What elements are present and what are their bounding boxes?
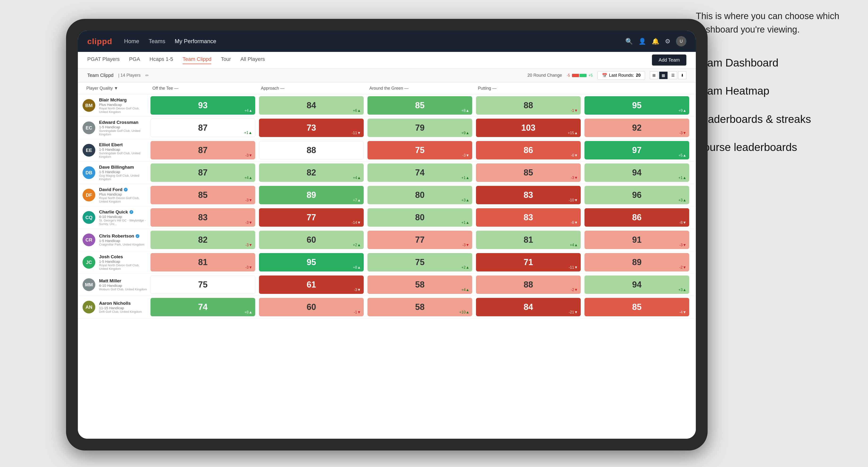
add-team-button[interactable]: Add Team xyxy=(652,55,686,66)
player-row: CQCharlie Quick✓6-10 HandicapSt. George'… xyxy=(78,206,696,229)
user-avatar[interactable]: U xyxy=(676,36,686,46)
stat-cell-off_tee[interactable]: 84+6▲ xyxy=(259,96,364,115)
player-handicap: Plus Handicap xyxy=(99,102,149,106)
subnav-tour[interactable]: Tour xyxy=(221,56,231,64)
heatmap-view-button[interactable]: ▦ xyxy=(659,71,668,79)
player-name: Dave Billingham xyxy=(99,165,149,170)
player-info[interactable]: CRChris Robertson✓1-5 HandicapCraigmilla… xyxy=(83,231,149,248)
stat-cell-putting[interactable]: 85-4▼ xyxy=(585,298,689,316)
stat-cell-approach[interactable]: 85+8▲ xyxy=(368,96,472,115)
stat-cell-putting[interactable]: 96+3▲ xyxy=(585,186,689,204)
nav-home[interactable]: Home xyxy=(124,37,139,46)
stat-cell-approach[interactable]: 58+4▲ xyxy=(368,276,472,294)
stat-cell-putting[interactable]: 89-2▼ xyxy=(585,253,689,272)
player-info[interactable]: DBDave Billingham1-5 HandicapGog Magog G… xyxy=(83,163,149,183)
stat-cell-around_green[interactable]: 83-6▼ xyxy=(476,208,581,227)
player-info[interactable]: ANAaron Nicholls11-15 HandicapDrift Golf… xyxy=(83,299,149,315)
player-info[interactable]: MMMatt Miller6-10 HandicapWoburn Golf Cl… xyxy=(83,276,149,293)
stat-cell-putting[interactable]: 94+1▲ xyxy=(585,163,689,182)
player-info[interactable]: JCJosh Coles1-5 HandicapRoyal North Devo… xyxy=(83,252,149,272)
stat-cell-off_tee[interactable]: 77-14▼ xyxy=(259,208,364,227)
stat-cell-around_green[interactable]: 71-11▼ xyxy=(476,253,581,272)
stat-cell-quality[interactable]: 87-3▼ xyxy=(151,141,255,159)
stat-value: 95 xyxy=(307,257,316,267)
player-avatar: MM xyxy=(83,278,95,291)
stat-change: +2▲ xyxy=(353,243,361,247)
export-button[interactable]: ⬇ xyxy=(678,71,686,79)
stat-cell-putting[interactable]: 86-8▼ xyxy=(585,208,689,227)
stat-cell-quality[interactable]: 74+8▲ xyxy=(151,298,255,316)
stat-cell-off_tee[interactable]: 61-3▼ xyxy=(259,276,364,294)
edit-team-icon[interactable]: ✏ xyxy=(145,73,149,78)
col-off-tee[interactable]: Off the Tee — xyxy=(149,83,257,94)
col-player-quality[interactable]: Player Quality ▼ xyxy=(83,83,149,94)
stat-cell-quality[interactable]: 87+4▲ xyxy=(151,163,255,182)
subnav-all-players[interactable]: All Players xyxy=(240,56,265,64)
stat-cell-quality[interactable]: 82-3▼ xyxy=(151,231,255,249)
stat-cell-off_tee[interactable]: 73-11▼ xyxy=(259,119,364,137)
stat-cell-approach[interactable]: 80+1▲ xyxy=(368,208,472,227)
player-avatar: EC xyxy=(83,121,95,134)
last-rounds-button[interactable]: 📅 Last Rounds: 20 xyxy=(597,71,645,80)
stat-cell-approach[interactable]: 80+3▲ xyxy=(368,186,472,204)
stat-cell-quality[interactable]: 83-3▼ xyxy=(151,208,255,227)
subnav-pgat[interactable]: PGAT Players xyxy=(87,56,120,64)
stat-cell-quality[interactable]: 81-3▼ xyxy=(151,253,255,272)
stat-cell-putting[interactable]: 94+3▲ xyxy=(585,276,689,294)
subnav-hcaps[interactable]: Hcaps 1-5 xyxy=(150,56,173,64)
player-club: Craigmillar Park, United Kingdom xyxy=(99,243,144,246)
player-info[interactable]: BMBlair McHargPlus HandicapRoyal North D… xyxy=(83,96,149,116)
col-around-green[interactable]: Around the Green — xyxy=(366,83,474,94)
stat-cell-around_green[interactable]: 88-2▼ xyxy=(476,276,581,294)
subnav-team-clippd[interactable]: Team Clippd xyxy=(183,56,211,64)
verified-badge: ✓ xyxy=(135,234,140,238)
stat-cell-off_tee[interactable]: 60-1▼ xyxy=(259,298,364,316)
stat-cell-off_tee[interactable]: 60+2▲ xyxy=(259,231,364,249)
stat-cell-around_green[interactable]: 86-6▼ xyxy=(476,141,581,159)
navbar-links: Home Teams My Performance xyxy=(124,37,625,46)
stat-cell-putting[interactable]: 95+9▲ xyxy=(585,96,689,115)
stat-cell-quality[interactable]: 93+4▲ xyxy=(151,96,255,115)
stat-cell-around_green[interactable]: 88-1▼ xyxy=(476,96,581,115)
player-info[interactable]: ECEdward Crossman1-5 HandicapSunningdale… xyxy=(83,118,149,138)
list-view-button[interactable]: ☰ xyxy=(669,71,677,79)
stat-cell-approach[interactable]: 58+10▲ xyxy=(368,298,472,316)
stat-cell-off_tee[interactable]: 89+7▲ xyxy=(259,186,364,204)
stat-cell-around_green[interactable]: 81+4▲ xyxy=(476,231,581,249)
player-info[interactable]: CQCharlie Quick✓6-10 HandicapSt. George'… xyxy=(83,208,149,228)
stat-cell-quality[interactable]: 75 xyxy=(151,276,255,294)
nav-teams[interactable]: Teams xyxy=(149,37,165,46)
stat-cell-putting[interactable]: 92-3▼ xyxy=(585,119,689,137)
stat-cell-off_tee[interactable]: 95+8▲ xyxy=(259,253,364,272)
settings-icon[interactable]: ⚙ xyxy=(665,38,670,45)
stat-cell-approach[interactable]: 75-3▼ xyxy=(368,141,472,159)
stat-cell-approach[interactable]: 75+2▲ xyxy=(368,253,472,272)
stat-cell-around_green[interactable]: 103+15▲ xyxy=(476,119,581,137)
col-approach[interactable]: Approach — xyxy=(257,83,366,94)
stat-cell-putting[interactable]: 97+5▲ xyxy=(585,141,689,159)
stat-cell-putting[interactable]: 91-3▼ xyxy=(585,231,689,249)
stat-cell-approach[interactable]: 77-3▼ xyxy=(368,231,472,249)
search-icon[interactable]: 🔍 xyxy=(625,38,633,45)
stat-cell-around_green[interactable]: 84-21▼ xyxy=(476,298,581,316)
stat-cell-quality[interactable]: 87+1▲ xyxy=(151,119,255,137)
stat-cell-approach[interactable]: 74+1▲ xyxy=(368,163,472,182)
nav-my-performance[interactable]: My Performance xyxy=(175,37,216,46)
player-name: Blair McHarg xyxy=(99,97,149,102)
bell-icon[interactable]: 🔔 xyxy=(652,38,659,45)
stat-change: +9▲ xyxy=(678,108,686,113)
col-putting[interactable]: Putting — xyxy=(474,83,583,94)
subnav-pga[interactable]: PGA xyxy=(129,56,140,64)
stat-cell-quality[interactable]: 85-3▼ xyxy=(151,186,255,204)
stat-cell-approach[interactable]: 79+9▲ xyxy=(368,119,472,137)
stat-cell-around_green[interactable]: 85-3▼ xyxy=(476,163,581,182)
stat-cell-off_tee[interactable]: 88 xyxy=(259,141,364,159)
player-info[interactable]: EEElliot Ebert1-5 HandicapSunningdale Go… xyxy=(83,140,149,160)
user-icon[interactable]: 👤 xyxy=(639,38,646,45)
player-info[interactable]: DFDavid Ford✓Plus HandicapRoyal North De… xyxy=(83,185,149,205)
grid-view-button[interactable]: ⊞ xyxy=(650,71,658,79)
stat-cell-off_tee[interactable]: 82+4▲ xyxy=(259,163,364,182)
stat-cell-around_green[interactable]: 83-10▼ xyxy=(476,186,581,204)
team-player-count: | 14 Players xyxy=(118,73,141,78)
tablet-frame: clippd Home Teams My Performance 🔍 👤 🔔 ⚙… xyxy=(66,19,708,450)
